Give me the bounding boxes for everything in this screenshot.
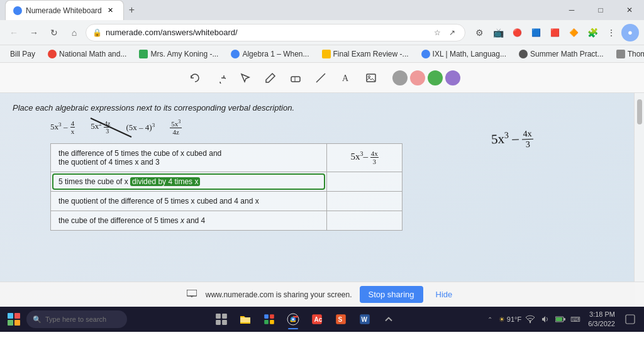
temperature-text: 91°F (507, 315, 521, 323)
volume-icon[interactable] (539, 313, 552, 326)
text-tool-button[interactable]: A (335, 67, 357, 89)
tab-title: Numerade Whiteboard (26, 6, 102, 15)
bookmarks-bar: Bill Pay National Math and... Mrs. Amy K… (0, 45, 644, 63)
redo-button[interactable] (209, 67, 231, 89)
active-tab[interactable]: Numerade Whiteboard ✕ (5, 0, 124, 20)
sharing-notification-bar: www.numerade.com is sharing your screen.… (0, 282, 644, 307)
taskbar-clock[interactable]: 3:18 PM 6/3/2022 (584, 310, 619, 329)
close-button[interactable]: ✕ (615, 0, 644, 20)
undo-button[interactable] (184, 67, 206, 89)
color-pink[interactable] (410, 70, 425, 85)
start-button[interactable] (3, 308, 25, 331)
table-answer-cell (327, 211, 402, 230)
color-green[interactable] (428, 70, 443, 85)
image-tool-button[interactable] (360, 67, 382, 89)
taskbar-pinned-apps: Ac S W (128, 308, 482, 331)
taskbar: 🔍 (0, 307, 644, 332)
network-icon[interactable] (524, 313, 536, 326)
share-icon[interactable]: ↗ (446, 26, 458, 39)
address-box[interactable]: 🔒 numerade.com/answers/whiteboard/ ☆ ↗ (86, 24, 465, 41)
weather-widget[interactable]: ☀ 91°F (499, 315, 521, 324)
battery-icon[interactable] (554, 313, 567, 326)
bookmark-label: Mrs. Amy Koning -... (150, 50, 218, 58)
notification-center-button[interactable] (621, 310, 639, 328)
address-action-icons: ☆ ↗ (431, 26, 458, 39)
color-gray[interactable] (392, 70, 408, 85)
new-tab-button[interactable]: + (124, 0, 140, 20)
address-bar-row: ← → ↻ ⌂ 🔒 numerade.com/answers/whiteboar… (0, 20, 644, 45)
scroll-thumb[interactable] (637, 99, 642, 124)
task-view-button[interactable] (210, 308, 233, 331)
table-answer-cell (327, 191, 402, 211)
home-button[interactable]: ⌂ (65, 24, 83, 41)
bookmark-item[interactable]: National Math and... (43, 48, 131, 60)
match-table: the difference of 5 times the cube of x … (50, 143, 402, 231)
pen-tool-button[interactable] (259, 67, 282, 89)
bookmark-item[interactable]: Summer Math Pract... (514, 48, 609, 60)
eraser-tool-button[interactable] (284, 67, 307, 89)
sumatra-pdf-button[interactable]: S (330, 308, 352, 331)
bookmark-item[interactable]: Thomastik-Infeld C... (611, 48, 644, 60)
vertical-scrollbar[interactable] (634, 93, 644, 307)
bookmark-item[interactable]: Mrs. Amy Koning -... (134, 48, 223, 60)
addon1-icon[interactable]: 🔴 (508, 24, 526, 41)
instruction-text: Place each algebraic expressions next to… (13, 103, 621, 112)
file-explorer-button[interactable] (234, 308, 257, 331)
bookmark-item[interactable]: IXL | Math, Languag... (416, 48, 511, 60)
hide-button[interactable]: Hide (431, 287, 458, 302)
highlight-segment: divided by 4 times x (130, 177, 200, 186)
back-button[interactable]: ← (5, 24, 23, 41)
handwritten-math: 5x3 – 4x 3 (491, 129, 533, 151)
extensions-icon[interactable]: ⚙ (470, 24, 488, 41)
stop-sharing-button[interactable]: Stop sharing (360, 286, 423, 303)
scroll-up-icon[interactable] (377, 308, 400, 331)
cast-icon[interactable]: 📺 (489, 24, 507, 41)
addon4-icon[interactable]: 🔶 (565, 24, 582, 41)
svg-text:W: W (362, 316, 368, 323)
whiteboard-canvas[interactable]: Place each algebraic expressions next to… (0, 93, 634, 307)
tab-close-button[interactable]: ✕ (106, 6, 116, 16)
search-icon: 🔍 (33, 315, 42, 324)
svg-rect-0 (291, 77, 300, 82)
windows-logo-icon (8, 313, 20, 326)
puzzle-icon[interactable]: 🧩 (584, 24, 601, 41)
line-tool-button[interactable] (309, 67, 332, 89)
svg-rect-14 (265, 314, 269, 319)
microsoft-word-button[interactable]: W (353, 308, 376, 331)
profile-button[interactable]: ● (621, 24, 639, 41)
reload-button[interactable]: ↻ (45, 24, 63, 41)
svg-rect-30 (564, 318, 565, 321)
taskbar-search-box[interactable]: 🔍 (26, 310, 127, 328)
math-expr-1: 5x3 – 4 x (50, 119, 75, 135)
select-tool-button[interactable] (234, 67, 257, 89)
bookmark-item[interactable]: Final Exam Review -... (317, 48, 414, 60)
table-row: the quotient of the difference of 5 time… (51, 191, 402, 211)
table-description-cell: the cube of the difference of 5 times x … (51, 211, 327, 230)
whiteboard-toolbar: A (0, 63, 644, 93)
bookmark-item[interactable]: Algebra 1 – When... (226, 48, 314, 60)
browser-toolbar-icons: ⚙ 📺 🔴 🟦 🟥 🔶 🧩 ⋮ ● (470, 24, 639, 41)
addon2-icon[interactable]: 🟦 (527, 24, 545, 41)
date-text: 6/3/2022 (588, 319, 615, 329)
bookmark-star-icon[interactable]: ☆ (431, 26, 443, 39)
maximize-button[interactable]: □ (586, 0, 615, 20)
window-controls: ─ □ ✕ (557, 0, 644, 20)
keyboard-icon[interactable]: ⌨ (569, 313, 582, 326)
forward-button[interactable]: → (25, 24, 43, 41)
svg-point-5 (369, 75, 370, 77)
taskbar-search-input[interactable] (45, 315, 121, 323)
addon3-icon[interactable]: 🟥 (546, 24, 564, 41)
math-expressions-row: 5x3 – 4 x 5x2 4z 3 (50, 119, 621, 136)
chevron-up-icon[interactable]: ⌃ (484, 313, 496, 326)
chrome-browser-button[interactable] (282, 308, 304, 331)
sharing-monitor-icon (187, 290, 197, 299)
color-purple[interactable] (445, 70, 460, 85)
time-text: 3:18 PM (588, 310, 615, 319)
system-tray: ⌃ ☀ 91°F ⌨ (484, 310, 641, 329)
microsoft-store-button[interactable] (258, 308, 280, 331)
svg-rect-7 (187, 290, 197, 296)
more-tools-icon[interactable]: ⋮ (602, 24, 620, 41)
bookmark-item[interactable]: Bill Pay (5, 48, 40, 60)
adobe-acrobat-button[interactable]: Ac (306, 308, 328, 331)
minimize-button[interactable]: ─ (557, 0, 586, 20)
